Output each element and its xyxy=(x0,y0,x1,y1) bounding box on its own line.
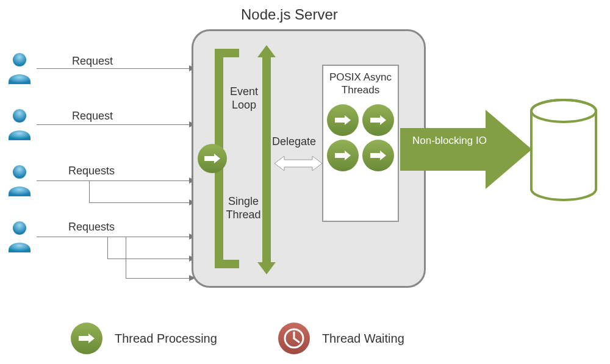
thread-processing-icon xyxy=(362,104,394,136)
request-label: Requests xyxy=(68,165,115,177)
svg-point-3 xyxy=(13,221,26,235)
legend: Thread Processing Thread Waiting xyxy=(71,323,404,354)
legend-processing-label: Thread Processing xyxy=(115,332,217,346)
thread-processing-icon xyxy=(362,140,394,171)
svg-point-2 xyxy=(13,165,26,179)
request-line xyxy=(37,237,190,237)
posix-title: POSIX Async Threads xyxy=(323,66,398,102)
nodejs-architecture-diagram: Node.js Server Request Request Requests … xyxy=(0,0,610,364)
event-loop-arrow xyxy=(262,56,271,263)
non-blocking-io-label: Non-blocking IO xyxy=(412,134,487,147)
user-icon xyxy=(5,51,34,85)
database-icon xyxy=(529,99,598,201)
svg-point-1 xyxy=(13,109,26,123)
request-line xyxy=(126,278,190,279)
thread-processing-icon xyxy=(71,323,102,354)
svg-point-0 xyxy=(13,53,26,66)
request-line xyxy=(37,68,190,69)
request-line xyxy=(37,180,190,181)
user-icon xyxy=(5,107,34,141)
request-line xyxy=(37,124,190,125)
posix-threads-box: POSIX Async Threads xyxy=(322,65,399,222)
thread-processing-icon xyxy=(327,140,359,171)
request-line xyxy=(89,180,90,202)
single-thread-label: Single Thread xyxy=(222,195,265,221)
non-blocking-io-arrow: Non-blocking IO xyxy=(400,110,532,189)
delegate-label: Delegate xyxy=(272,135,316,149)
posix-thread-icons xyxy=(323,102,398,174)
legend-waiting-label: Thread Waiting xyxy=(322,332,404,346)
request-line xyxy=(126,237,126,278)
request-line xyxy=(89,202,190,203)
request-label: Request xyxy=(72,110,113,123)
thread-processing-icon xyxy=(198,144,227,173)
user-icon xyxy=(5,163,34,198)
request-label: Requests xyxy=(68,221,115,234)
delegate-arrow-icon xyxy=(274,156,322,171)
thread-processing-icon xyxy=(327,104,359,136)
thread-waiting-icon xyxy=(278,323,310,354)
request-line xyxy=(107,237,108,259)
request-line xyxy=(107,259,190,259)
request-label: Request xyxy=(72,55,113,68)
diagram-title: Node.js Server xyxy=(241,6,338,23)
user-icon xyxy=(5,219,34,254)
event-loop-label: Event Loop xyxy=(226,85,262,112)
svg-line-8 xyxy=(294,338,299,342)
